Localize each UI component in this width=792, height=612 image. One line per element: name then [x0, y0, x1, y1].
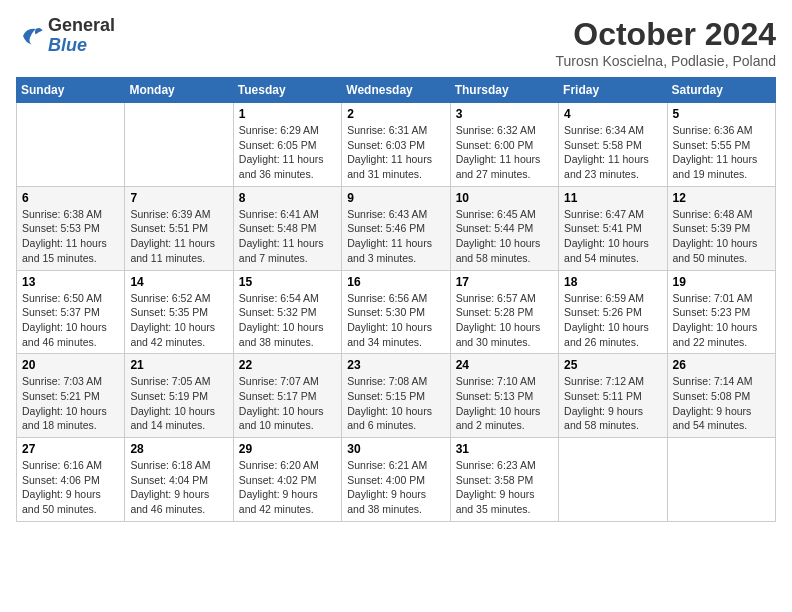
calendar-cell: 10Sunrise: 6:45 AM Sunset: 5:44 PM Dayli…	[450, 186, 558, 270]
logo-blue: Blue	[48, 36, 115, 56]
day-info: Sunrise: 6:32 AM Sunset: 6:00 PM Dayligh…	[456, 123, 553, 182]
day-info: Sunrise: 6:57 AM Sunset: 5:28 PM Dayligh…	[456, 291, 553, 350]
calendar-cell	[559, 438, 667, 522]
day-number: 6	[22, 191, 119, 205]
calendar-cell: 20Sunrise: 7:03 AM Sunset: 5:21 PM Dayli…	[17, 354, 125, 438]
calendar-cell	[667, 438, 775, 522]
calendar-cell: 29Sunrise: 6:20 AM Sunset: 4:02 PM Dayli…	[233, 438, 341, 522]
weekday-header: Friday	[559, 78, 667, 103]
day-number: 19	[673, 275, 770, 289]
day-info: Sunrise: 6:38 AM Sunset: 5:53 PM Dayligh…	[22, 207, 119, 266]
calendar-cell: 2Sunrise: 6:31 AM Sunset: 6:03 PM Daylig…	[342, 103, 450, 187]
calendar-cell: 18Sunrise: 6:59 AM Sunset: 5:26 PM Dayli…	[559, 270, 667, 354]
weekday-header: Sunday	[17, 78, 125, 103]
calendar-cell: 23Sunrise: 7:08 AM Sunset: 5:15 PM Dayli…	[342, 354, 450, 438]
calendar-week-row: 27Sunrise: 6:16 AM Sunset: 4:06 PM Dayli…	[17, 438, 776, 522]
day-number: 7	[130, 191, 227, 205]
location-text: Turosn Koscielna, Podlasie, Poland	[556, 53, 777, 69]
day-info: Sunrise: 6:41 AM Sunset: 5:48 PM Dayligh…	[239, 207, 336, 266]
calendar-cell: 5Sunrise: 6:36 AM Sunset: 5:55 PM Daylig…	[667, 103, 775, 187]
day-number: 13	[22, 275, 119, 289]
day-number: 12	[673, 191, 770, 205]
day-info: Sunrise: 6:50 AM Sunset: 5:37 PM Dayligh…	[22, 291, 119, 350]
calendar-week-row: 1Sunrise: 6:29 AM Sunset: 6:05 PM Daylig…	[17, 103, 776, 187]
calendar-cell: 31Sunrise: 6:23 AM Sunset: 3:58 PM Dayli…	[450, 438, 558, 522]
day-number: 5	[673, 107, 770, 121]
calendar-cell: 1Sunrise: 6:29 AM Sunset: 6:05 PM Daylig…	[233, 103, 341, 187]
day-number: 10	[456, 191, 553, 205]
month-title: October 2024	[556, 16, 777, 53]
day-info: Sunrise: 6:36 AM Sunset: 5:55 PM Dayligh…	[673, 123, 770, 182]
calendar-cell: 22Sunrise: 7:07 AM Sunset: 5:17 PM Dayli…	[233, 354, 341, 438]
calendar-cell: 21Sunrise: 7:05 AM Sunset: 5:19 PM Dayli…	[125, 354, 233, 438]
day-number: 30	[347, 442, 444, 456]
calendar-cell: 13Sunrise: 6:50 AM Sunset: 5:37 PM Dayli…	[17, 270, 125, 354]
logo-bird-icon	[16, 22, 44, 50]
day-info: Sunrise: 7:14 AM Sunset: 5:08 PM Dayligh…	[673, 374, 770, 433]
day-number: 21	[130, 358, 227, 372]
calendar-cell: 16Sunrise: 6:56 AM Sunset: 5:30 PM Dayli…	[342, 270, 450, 354]
calendar-cell: 4Sunrise: 6:34 AM Sunset: 5:58 PM Daylig…	[559, 103, 667, 187]
day-info: Sunrise: 7:08 AM Sunset: 5:15 PM Dayligh…	[347, 374, 444, 433]
day-info: Sunrise: 7:10 AM Sunset: 5:13 PM Dayligh…	[456, 374, 553, 433]
weekday-header: Thursday	[450, 78, 558, 103]
day-number: 27	[22, 442, 119, 456]
calendar-cell: 14Sunrise: 6:52 AM Sunset: 5:35 PM Dayli…	[125, 270, 233, 354]
day-number: 18	[564, 275, 661, 289]
calendar-cell	[17, 103, 125, 187]
calendar-cell	[125, 103, 233, 187]
day-info: Sunrise: 6:56 AM Sunset: 5:30 PM Dayligh…	[347, 291, 444, 350]
day-info: Sunrise: 7:03 AM Sunset: 5:21 PM Dayligh…	[22, 374, 119, 433]
calendar-cell: 12Sunrise: 6:48 AM Sunset: 5:39 PM Dayli…	[667, 186, 775, 270]
day-number: 4	[564, 107, 661, 121]
weekday-header: Saturday	[667, 78, 775, 103]
calendar-cell: 25Sunrise: 7:12 AM Sunset: 5:11 PM Dayli…	[559, 354, 667, 438]
logo-general: General	[48, 16, 115, 36]
calendar-cell: 8Sunrise: 6:41 AM Sunset: 5:48 PM Daylig…	[233, 186, 341, 270]
logo: General Blue	[16, 16, 115, 56]
day-number: 16	[347, 275, 444, 289]
day-info: Sunrise: 6:16 AM Sunset: 4:06 PM Dayligh…	[22, 458, 119, 517]
day-number: 3	[456, 107, 553, 121]
calendar-cell: 26Sunrise: 7:14 AM Sunset: 5:08 PM Dayli…	[667, 354, 775, 438]
weekday-header: Wednesday	[342, 78, 450, 103]
day-info: Sunrise: 6:18 AM Sunset: 4:04 PM Dayligh…	[130, 458, 227, 517]
day-number: 15	[239, 275, 336, 289]
calendar-cell: 9Sunrise: 6:43 AM Sunset: 5:46 PM Daylig…	[342, 186, 450, 270]
day-info: Sunrise: 6:59 AM Sunset: 5:26 PM Dayligh…	[564, 291, 661, 350]
title-block: October 2024 Turosn Koscielna, Podlasie,…	[556, 16, 777, 69]
day-number: 25	[564, 358, 661, 372]
calendar-cell: 11Sunrise: 6:47 AM Sunset: 5:41 PM Dayli…	[559, 186, 667, 270]
calendar-week-row: 6Sunrise: 6:38 AM Sunset: 5:53 PM Daylig…	[17, 186, 776, 270]
day-number: 9	[347, 191, 444, 205]
day-number: 29	[239, 442, 336, 456]
day-info: Sunrise: 6:21 AM Sunset: 4:00 PM Dayligh…	[347, 458, 444, 517]
calendar-cell: 24Sunrise: 7:10 AM Sunset: 5:13 PM Dayli…	[450, 354, 558, 438]
day-info: Sunrise: 6:52 AM Sunset: 5:35 PM Dayligh…	[130, 291, 227, 350]
day-info: Sunrise: 6:31 AM Sunset: 6:03 PM Dayligh…	[347, 123, 444, 182]
day-info: Sunrise: 6:48 AM Sunset: 5:39 PM Dayligh…	[673, 207, 770, 266]
day-info: Sunrise: 6:29 AM Sunset: 6:05 PM Dayligh…	[239, 123, 336, 182]
calendar-week-row: 20Sunrise: 7:03 AM Sunset: 5:21 PM Dayli…	[17, 354, 776, 438]
day-number: 2	[347, 107, 444, 121]
day-number: 22	[239, 358, 336, 372]
calendar-cell: 15Sunrise: 6:54 AM Sunset: 5:32 PM Dayli…	[233, 270, 341, 354]
page-header: General Blue October 2024 Turosn Kosciel…	[16, 16, 776, 69]
day-info: Sunrise: 6:47 AM Sunset: 5:41 PM Dayligh…	[564, 207, 661, 266]
day-number: 20	[22, 358, 119, 372]
weekday-header: Tuesday	[233, 78, 341, 103]
calendar-cell: 27Sunrise: 6:16 AM Sunset: 4:06 PM Dayli…	[17, 438, 125, 522]
day-number: 23	[347, 358, 444, 372]
calendar-week-row: 13Sunrise: 6:50 AM Sunset: 5:37 PM Dayli…	[17, 270, 776, 354]
day-number: 17	[456, 275, 553, 289]
day-number: 28	[130, 442, 227, 456]
calendar-table: SundayMondayTuesdayWednesdayThursdayFrid…	[16, 77, 776, 522]
day-number: 26	[673, 358, 770, 372]
day-info: Sunrise: 6:54 AM Sunset: 5:32 PM Dayligh…	[239, 291, 336, 350]
calendar-cell: 19Sunrise: 7:01 AM Sunset: 5:23 PM Dayli…	[667, 270, 775, 354]
day-number: 31	[456, 442, 553, 456]
calendar-cell: 7Sunrise: 6:39 AM Sunset: 5:51 PM Daylig…	[125, 186, 233, 270]
day-info: Sunrise: 7:12 AM Sunset: 5:11 PM Dayligh…	[564, 374, 661, 433]
calendar-cell: 6Sunrise: 6:38 AM Sunset: 5:53 PM Daylig…	[17, 186, 125, 270]
day-info: Sunrise: 7:07 AM Sunset: 5:17 PM Dayligh…	[239, 374, 336, 433]
